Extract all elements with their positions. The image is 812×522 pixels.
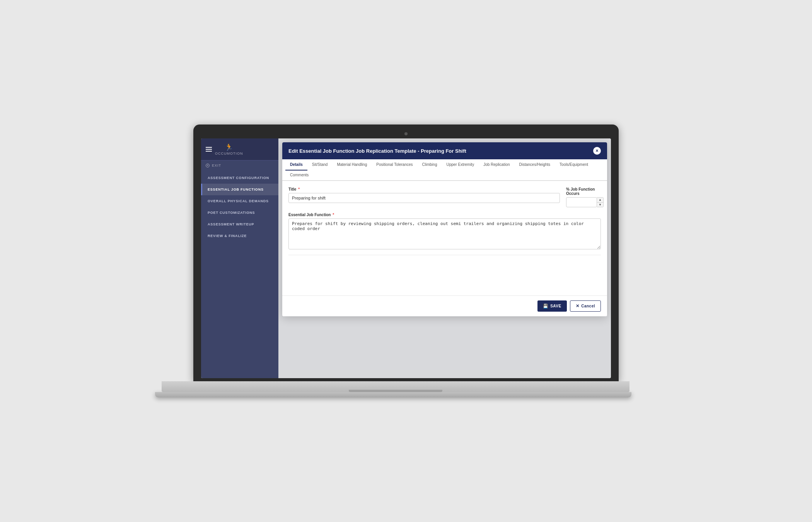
tab-climbing[interactable]: Climbing <box>418 159 442 171</box>
main-content: Edit Essential Job Function Job Replicat… <box>278 138 611 378</box>
exit-icon: ✕ <box>206 164 210 167</box>
sidebar-nav: Assessment Configuration Essential Job F… <box>201 171 278 243</box>
exit-label: EXIT <box>212 164 221 167</box>
save-icon: 💾 <box>543 304 549 309</box>
tab-sit-stand[interactable]: Sit/Stand <box>307 159 333 171</box>
form-row-ejf: Essential Job Function * Prepares for sh… <box>288 213 601 249</box>
form-group-ejf: Essential Job Function * Prepares for sh… <box>288 213 601 249</box>
title-label: Title * <box>288 187 560 191</box>
modal-header: Edit Essential Job Function Job Replicat… <box>282 142 607 159</box>
tab-job-replication[interactable]: Job Replication <box>479 159 514 171</box>
spacer-area <box>282 264 607 295</box>
required-star: * <box>298 187 300 191</box>
save-button[interactable]: 💾 SAVE <box>537 300 567 312</box>
ejf-label: Essential Job Function * <box>288 213 601 217</box>
sidebar-item-overall-physical-demands[interactable]: Overall Physical Demands <box>201 195 278 207</box>
sidebar-item-poet-customizations[interactable]: Poet Customizations <box>201 207 278 218</box>
screen-bezel: 🏃 OccuMotion ✕ EXIT Assessment Configura… <box>193 125 619 381</box>
sidebar: 🏃 OccuMotion ✕ EXIT Assessment Configura… <box>201 138 278 378</box>
tab-upper-extremity[interactable]: Upper Extremity <box>442 159 479 171</box>
tab-positional-tolerances[interactable]: Positional Tolerances <box>372 159 417 171</box>
modal-dialog: Edit Essential Job Function Job Replicat… <box>282 142 607 316</box>
form-group-title: Title * <box>288 187 560 207</box>
screen: 🏃 OccuMotion ✕ EXIT Assessment Configura… <box>201 138 611 378</box>
tab-material-handling[interactable]: Material Handling <box>332 159 372 171</box>
modal-close-button[interactable]: × <box>593 147 601 155</box>
tab-details[interactable]: Details <box>285 159 307 171</box>
sidebar-exit-button[interactable]: ✕ EXIT <box>201 160 278 171</box>
logo-text: OccuMotion <box>215 152 243 155</box>
spinner-up-button[interactable]: ▲ <box>597 198 603 203</box>
cancel-icon: ✕ <box>576 304 580 309</box>
percent-input[interactable] <box>566 197 597 207</box>
spinner-buttons: ▲ ▼ <box>597 197 604 207</box>
sidebar-item-assessment-config[interactable]: Assessment Configuration <box>201 172 278 184</box>
laptop-wrapper: 🏃 OccuMotion ✕ EXIT Assessment Configura… <box>193 125 619 397</box>
percent-label: % Job Function Occurs <box>566 187 601 196</box>
sidebar-item-essential-job-functions[interactable]: Essential Job Functions <box>201 184 278 195</box>
logo-area: 🏃 OccuMotion <box>215 143 243 155</box>
camera <box>404 132 408 135</box>
sidebar-item-review-finalize[interactable]: Review & Finalize <box>201 230 278 242</box>
sidebar-item-assessment-writeup[interactable]: Assessment Writeup <box>201 218 278 230</box>
form-row-title: Title * % Job Function Occurs <box>288 187 601 207</box>
sidebar-header: 🏃 OccuMotion <box>201 138 278 160</box>
tab-distances-heights[interactable]: Distances/Heights <box>515 159 555 171</box>
divider <box>288 255 601 255</box>
laptop-foot <box>155 392 631 397</box>
form-group-percent: % Job Function Occurs ▲ ▼ <box>566 187 601 207</box>
tabs-bar: Details Sit/Stand Material Handling Posi… <box>282 159 607 181</box>
modal-title: Edit Essential Job Function Job Replicat… <box>288 148 466 154</box>
form-body: Title * % Job Function Occurs <box>282 181 607 264</box>
logo-icon: 🏃 <box>225 143 233 152</box>
spinner-down-button[interactable]: ▼ <box>597 203 603 207</box>
cancel-button[interactable]: ✕ Cancel <box>570 300 601 312</box>
percent-input-wrapper: ▲ ▼ <box>566 197 601 207</box>
laptop-base <box>162 381 629 392</box>
modal-footer: 💾 SAVE ✕ Cancel <box>282 295 607 316</box>
ejf-required-star: * <box>333 213 334 217</box>
title-input[interactable] <box>288 193 560 203</box>
tab-tools-equipment[interactable]: Tools/Equipment <box>555 159 593 171</box>
modal-overlay: Edit Essential Job Function Job Replicat… <box>278 138 611 378</box>
ejf-textarea[interactable]: Prepares for shift by reviewing shipping… <box>288 218 601 249</box>
tab-comments[interactable]: Comments <box>285 170 313 181</box>
hamburger-icon[interactable] <box>206 147 212 152</box>
